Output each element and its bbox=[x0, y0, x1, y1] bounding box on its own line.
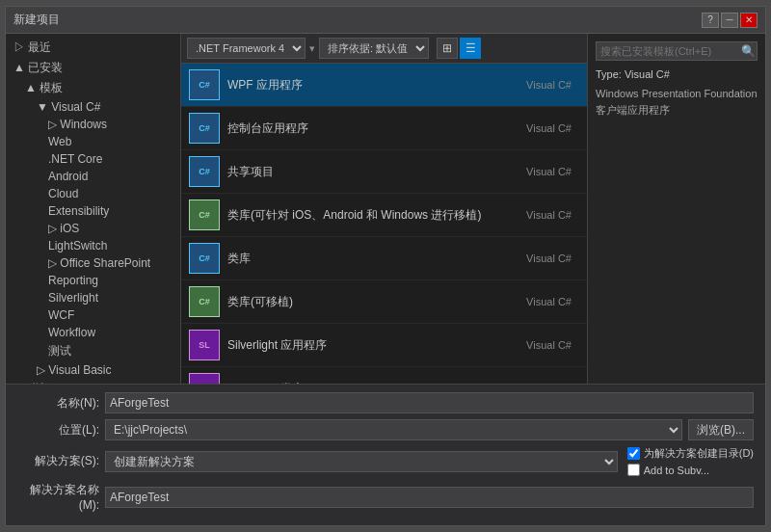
template-lang-console: Visual C# bbox=[526, 122, 572, 134]
sidebar-item-workflow[interactable]: Workflow bbox=[6, 324, 180, 341]
sidebar-item-office-sharepoint[interactable]: ▷ Office SharePoint bbox=[6, 254, 180, 272]
template-item-wpf[interactable]: C# WPF 应用程序 Visual C# bbox=[181, 64, 587, 107]
form-row-location: 位置(L): E:\jjc\Projects\ 浏览(B)... bbox=[17, 419, 754, 440]
sidebar-item-android[interactable]: Android bbox=[6, 168, 180, 185]
template-name-wpf: WPF 应用程序 bbox=[227, 77, 518, 93]
template-name-shared: 共享项目 bbox=[227, 164, 518, 180]
template-item-shared[interactable]: C# 共享项目 Visual C# bbox=[181, 150, 587, 194]
solution-name-label: 解决方案名称(M): bbox=[17, 482, 99, 512]
template-icon-class-lib-p: C# bbox=[189, 286, 220, 317]
toolbar-row: .NET Framework 4 ▾ 排序依据: 默认值 ⊞ ☰ bbox=[181, 34, 587, 64]
search-box: 🔍 bbox=[596, 41, 758, 61]
template-lang-shared: Visual C# bbox=[526, 166, 572, 177]
grid-view-button[interactable]: ⊞ bbox=[437, 38, 458, 59]
checkbox-row-subversion: Add to Subv... bbox=[627, 464, 754, 476]
template-name-sl-app: Silverlight 应用程序 bbox=[227, 337, 518, 354]
name-input[interactable] bbox=[105, 392, 754, 413]
template-icon-console: C# bbox=[189, 113, 220, 144]
sidebar-item-wcf[interactable]: WCF bbox=[6, 306, 180, 324]
sort-label: ▾ bbox=[309, 42, 315, 55]
template-item-class-lib-portable[interactable]: C# 类库(可移植) Visual C# bbox=[181, 280, 587, 324]
type-prefix: Type: bbox=[596, 68, 625, 80]
new-project-dialog: 新建项目 ? ─ ✕ ▷ 最近 ▲ 已安装 ▲ 模板 ▼ Visual C# ▷… bbox=[5, 6, 766, 526]
dialog-title: 新建项目 bbox=[13, 12, 60, 28]
create-dir-checkbox[interactable] bbox=[627, 447, 640, 460]
sidebar-item-reporting[interactable]: Reporting bbox=[6, 272, 180, 289]
form-row-name: 名称(N): bbox=[17, 392, 754, 413]
template-icon-shared: C# bbox=[189, 156, 220, 187]
type-description: Windows Presentation Foundation 客户端应用程序 bbox=[596, 86, 758, 118]
view-icons: ⊞ ☰ bbox=[437, 38, 481, 59]
dialog-body: ▷ 最近 ▲ 已安装 ▲ 模板 ▼ Visual C# ▷ Windows We… bbox=[6, 34, 765, 384]
template-item-sl-lib[interactable]: SL Silverlight 类库 Visual C# bbox=[181, 367, 587, 384]
sidebar-item-test[interactable]: 测试 bbox=[6, 341, 180, 361]
subversion-label: Add to Subv... bbox=[644, 465, 709, 476]
template-icon-sl-lib: SL bbox=[189, 373, 220, 384]
sidebar-item-web[interactable]: Web bbox=[6, 133, 180, 150]
template-name-class-lib: 类库 bbox=[227, 251, 518, 267]
list-view-button[interactable]: ☰ bbox=[460, 38, 481, 59]
template-lang-class-lib-p: Visual C# bbox=[526, 296, 572, 307]
title-bar: 新建项目 ? ─ ✕ bbox=[6, 7, 765, 34]
sidebar-item-lightswitch[interactable]: LightSwitch bbox=[6, 237, 180, 254]
title-bar-buttons: ? ─ ✕ bbox=[702, 13, 758, 28]
template-icon-portable: C# bbox=[189, 200, 220, 230]
middle-panel: .NET Framework 4 ▾ 排序依据: 默认值 ⊞ ☰ C# WPF … bbox=[181, 34, 587, 384]
subversion-checkbox[interactable] bbox=[627, 464, 640, 476]
template-lang-sl-app: Visual C# bbox=[526, 339, 572, 351]
template-item-console[interactable]: C# 控制台应用程序 Visual C# bbox=[181, 107, 587, 150]
sidebar-item-extensibility[interactable]: Extensibility bbox=[6, 202, 180, 220]
bottom-panel: 名称(N): 位置(L): E:\jjc\Projects\ 浏览(B)... … bbox=[6, 384, 765, 525]
sidebar-item-cloud[interactable]: Cloud bbox=[6, 185, 180, 202]
name-label: 名称(N): bbox=[17, 395, 99, 412]
right-panel: 🔍 Type: Visual C# Windows Presentation F… bbox=[587, 34, 765, 384]
search-input[interactable] bbox=[597, 43, 737, 59]
search-icon[interactable]: 🔍 bbox=[737, 42, 759, 60]
sidebar-item-windows[interactable]: ▷ Windows bbox=[6, 116, 180, 133]
template-name-class-lib-p: 类库(可移植) bbox=[227, 294, 518, 310]
location-label: 位置(L): bbox=[17, 422, 99, 439]
sidebar-item-recent[interactable]: ▷ 最近 bbox=[6, 38, 180, 58]
template-lang-portable-class: Visual C# bbox=[526, 209, 572, 221]
template-item-sl-app[interactable]: SL Silverlight 应用程序 Visual C# bbox=[181, 324, 587, 367]
templates-list: C# WPF 应用程序 Visual C# C# 控制台应用程序 Visual … bbox=[181, 64, 587, 384]
solution-label: 解决方案(S): bbox=[17, 453, 99, 469]
minimize-button[interactable]: ─ bbox=[721, 13, 738, 28]
template-lang-class-lib: Visual C# bbox=[526, 253, 572, 264]
sidebar-item-ios[interactable]: ▷ iOS bbox=[6, 220, 180, 237]
solution-name-input[interactable] bbox=[105, 487, 754, 508]
type-label: Type: Visual C# bbox=[596, 68, 758, 80]
template-name-console: 控制台应用程序 bbox=[227, 120, 518, 137]
template-icon-sl-app: SL bbox=[189, 330, 220, 360]
sidebar-item-templates[interactable]: ▲ 模板 bbox=[6, 78, 180, 98]
close-button[interactable]: ✕ bbox=[740, 13, 758, 28]
browse-button[interactable]: 浏览(B)... bbox=[688, 419, 754, 440]
help-button[interactable]: ? bbox=[702, 13, 719, 28]
create-dir-label: 为解决方案创建目录(D) bbox=[644, 446, 754, 461]
checkbox-area: 为解决方案创建目录(D) Add to Subv... bbox=[627, 446, 754, 476]
template-item-portable-class[interactable]: C# 类库(可针对 iOS、Android 和 Windows 进行移植) Vi… bbox=[181, 194, 587, 237]
sidebar-item-silverlight[interactable]: Silverlight bbox=[6, 289, 180, 306]
sort-select[interactable]: 排序依据: 默认值 bbox=[319, 38, 429, 59]
template-icon-wpf: C# bbox=[189, 69, 220, 100]
checkbox-row-create-dir: 为解决方案创建目录(D) bbox=[627, 446, 754, 461]
template-icon-class-lib: C# bbox=[189, 243, 220, 274]
location-select[interactable]: E:\jjc\Projects\ bbox=[105, 419, 682, 440]
sidebar-item-visualcsharp[interactable]: ▼ Visual C# bbox=[6, 98, 180, 116]
sidebar-item-installed[interactable]: ▲ 已安装 bbox=[6, 58, 180, 78]
sidebar-item-visualbasic[interactable]: ▷ Visual Basic bbox=[6, 361, 180, 379]
template-lang-wpf: Visual C# bbox=[526, 79, 572, 91]
template-name-portable-class: 类库(可针对 iOS、Android 和 Windows 进行移植) bbox=[227, 207, 518, 224]
left-panel: ▷ 最近 ▲ 已安装 ▲ 模板 ▼ Visual C# ▷ Windows We… bbox=[6, 34, 181, 384]
template-item-class-lib[interactable]: C# 类库 Visual C# bbox=[181, 237, 587, 280]
form-row-solution-name: 解决方案名称(M): bbox=[17, 482, 754, 512]
framework-select[interactable]: .NET Framework 4 bbox=[187, 38, 306, 59]
form-row-solution: 解决方案(S): 创建新解决方案 为解决方案创建目录(D) Add to Sub… bbox=[17, 446, 754, 476]
type-value: Visual C# bbox=[625, 68, 670, 80]
solution-select[interactable]: 创建新解决方案 bbox=[105, 451, 618, 472]
sidebar-item-netcore[interactable]: .NET Core bbox=[6, 150, 180, 168]
